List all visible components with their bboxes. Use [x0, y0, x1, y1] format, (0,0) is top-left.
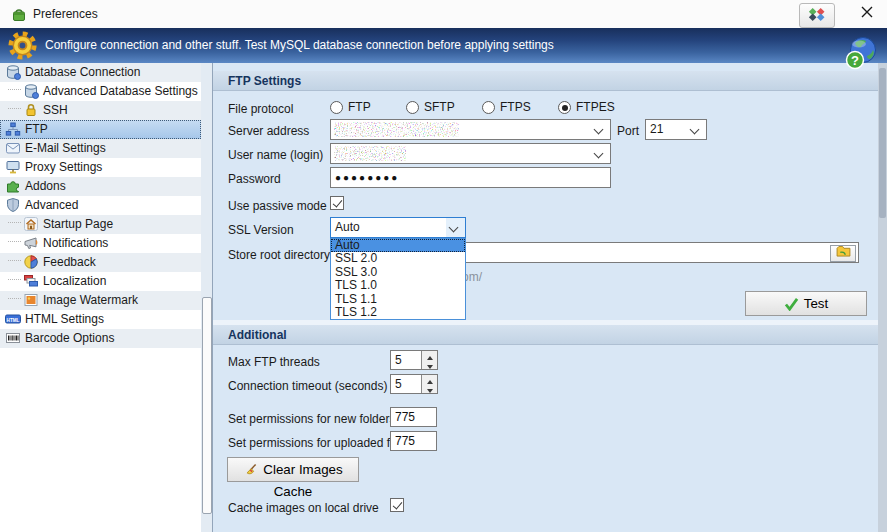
ssl-version-label: SSL Version — [228, 222, 294, 238]
ftp-settings-panel: FTP Settings File protocol FTPSFTPFTPSFT… — [213, 63, 878, 532]
help-icon[interactable]: ? — [843, 36, 879, 70]
port-label: Port — [617, 123, 639, 139]
server-address-label: Server address — [228, 123, 309, 139]
username-combobox[interactable] — [330, 143, 611, 164]
window-scrollbar-thumb[interactable] — [879, 68, 886, 218]
tree-connector — [8, 241, 21, 243]
timeout-value: 5 — [395, 377, 402, 391]
spin-down-icon[interactable] — [422, 384, 437, 393]
megaphone-icon — [23, 235, 39, 251]
redacted-server-value — [334, 122, 459, 137]
broom-icon — [243, 463, 258, 477]
ftp-settings-header: FTP Settings — [213, 71, 878, 91]
sidebar-item-e-mail-settings[interactable]: E-Mail Settings — [0, 139, 201, 158]
green-check-icon — [784, 298, 799, 311]
perm-folders-field[interactable] — [390, 407, 437, 427]
sidebar-item-addons[interactable]: Addons — [0, 177, 201, 196]
sidebar-item-label: Advanced — [25, 198, 78, 212]
folder-icon — [836, 246, 851, 257]
radio-button-icon[interactable] — [558, 101, 571, 114]
sidebar-item-label: Notifications — [43, 236, 108, 250]
ssl-option-ssl-2-0[interactable]: SSL 2.0 — [331, 252, 465, 265]
sidebar-item-ssh[interactable]: SSH — [0, 101, 201, 120]
sidebar-item-image-watermark[interactable]: Image Watermark — [0, 291, 201, 310]
max-threads-label: Max FTP threads — [228, 354, 320, 370]
server-address-combobox[interactable] — [330, 119, 611, 140]
radio-button-icon[interactable] — [482, 101, 495, 114]
sidebar-item-label: Barcode Options — [25, 331, 114, 345]
test-connection-button[interactable]: Test Connection — [745, 291, 867, 316]
sidebar-item-ftp[interactable]: FTP — [0, 120, 201, 139]
header-banner: Configure connection and other stuff. Te… — [0, 28, 887, 63]
radio-button-icon[interactable] — [406, 101, 419, 114]
radio-button-icon[interactable] — [330, 101, 343, 114]
radio-label: SFTP — [424, 100, 455, 114]
max-threads-value: 5 — [395, 353, 402, 367]
max-threads-stepper[interactable]: 5 — [390, 350, 438, 370]
sidebar-item-label: Database Connection — [25, 65, 140, 79]
sidebar-scrollbar[interactable] — [201, 63, 212, 532]
sidebar-item-notifications[interactable]: Notifications — [0, 234, 201, 253]
timeout-stepper[interactable]: 5 — [390, 374, 438, 394]
tree-connector — [8, 279, 21, 281]
ssl-option-tls-1-1[interactable]: TLS 1.1 — [331, 293, 465, 306]
shield-icon — [5, 197, 21, 213]
perm-folders-label: Set permissions for new folders — [228, 411, 395, 427]
ssl-option-tls-1-2[interactable]: TLS 1.2 — [331, 306, 465, 319]
sidebar-item-advanced-database-settings[interactable]: Advanced Database Settings — [0, 82, 201, 101]
flags-icon — [23, 273, 39, 289]
sidebar-item-label: Proxy Settings — [25, 160, 102, 174]
close-icon[interactable] — [855, 5, 879, 25]
sidebar-scrollbar-thumb[interactable] — [202, 297, 212, 514]
browse-folder-button[interactable] — [830, 245, 856, 262]
banner-text: Configure connection and other stuff. Te… — [45, 38, 554, 52]
perm-files-label: Set permissions for uploaded files — [228, 435, 408, 451]
password-label: Password — [228, 171, 281, 187]
radio-ftps[interactable]: FTPS — [482, 99, 531, 115]
tree-connector — [8, 260, 21, 262]
ssl-version-value: Auto — [335, 220, 360, 234]
chevron-down-icon — [594, 125, 604, 135]
sidebar-item-feedback[interactable]: Feedback — [0, 253, 201, 272]
sidebar-item-html-settings[interactable]: HTMLHTML Settings — [0, 310, 201, 329]
database-settings-icon — [23, 83, 39, 99]
sidebar-item-startup-page[interactable]: Startup Page — [0, 215, 201, 234]
sidebar-item-database-connection[interactable]: Database Connection — [0, 63, 201, 82]
proxy-icon — [5, 159, 21, 175]
radio-ftpes[interactable]: FTPES — [558, 99, 615, 115]
radio-sftp[interactable]: SFTP — [406, 99, 455, 115]
cache-local-checkbox[interactable] — [390, 498, 404, 512]
clear-images-cache-button[interactable]: Clear Images Cache — [227, 457, 359, 482]
password-field[interactable] — [330, 167, 611, 188]
sidebar-item-advanced[interactable]: Advanced — [0, 196, 201, 215]
sidebar-item-label: Image Watermark — [43, 293, 138, 307]
window-title: Preferences — [33, 7, 98, 21]
puzzle-icon — [5, 178, 21, 194]
ssl-version-combobox[interactable]: Auto — [330, 217, 466, 238]
window-scrollbar[interactable] — [878, 63, 887, 532]
svg-text:HTML: HTML — [7, 318, 20, 323]
ssl-option-ssl-3-0[interactable]: SSL 3.0 — [331, 266, 465, 279]
sidebar-item-localization[interactable]: Localization — [0, 272, 201, 291]
perm-files-field[interactable] — [390, 431, 437, 451]
theme-diamonds-button[interactable] — [799, 3, 835, 28]
tree-connector — [8, 108, 21, 110]
tree-connector — [8, 89, 21, 91]
port-combobox[interactable]: 21 — [645, 119, 707, 140]
envelope-icon — [5, 140, 21, 156]
spin-down-icon[interactable] — [422, 360, 437, 369]
gear-icon — [6, 29, 39, 62]
settings-tree: Database ConnectionAdvanced Database Set… — [0, 63, 201, 532]
store-root-label: Store root directory — [228, 247, 330, 263]
username-label: User name (login) — [228, 147, 323, 163]
ssl-option-auto[interactable]: Auto — [331, 239, 465, 252]
passive-mode-checkbox[interactable] — [330, 196, 344, 210]
radio-ftp[interactable]: FTP — [330, 99, 371, 115]
sidebar-item-label: FTP — [25, 122, 48, 136]
sidebar-item-barcode-options[interactable]: Barcode Options — [0, 329, 201, 348]
ssl-version-dropdown-list: AutoSSL 2.0SSL 3.0TLS 1.0TLS 1.1TLS 1.2 — [330, 238, 466, 320]
ssl-option-tls-1-0[interactable]: TLS 1.0 — [331, 279, 465, 292]
sidebar-item-proxy-settings[interactable]: Proxy Settings — [0, 158, 201, 177]
svg-text:?: ? — [851, 53, 859, 68]
timeout-label: Connection timeout (seconds) — [228, 378, 387, 394]
